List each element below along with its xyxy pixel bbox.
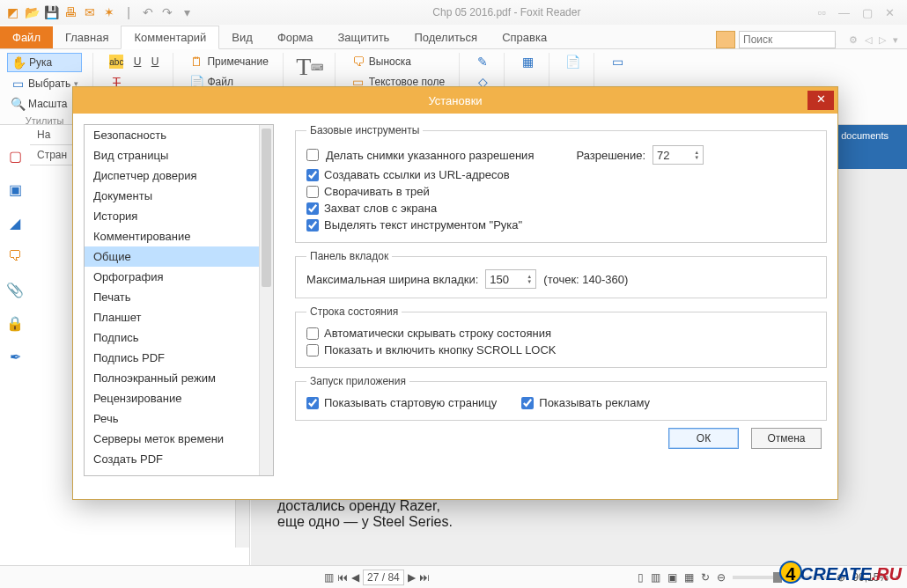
category-item[interactable]: Специальные возможности [85,469,273,476]
chk-scrolllock[interactable] [306,344,319,356]
pages-icon[interactable]: ▣ [6,181,24,199]
category-item[interactable]: Рецензирование [85,388,273,408]
category-item[interactable]: Создать PDF [85,449,273,469]
maximize-icon[interactable]: ▢ [862,6,873,19]
zoom-label: Масшта [28,98,67,110]
chk-handselect[interactable] [306,219,319,232]
category-item[interactable]: Вид страницы [85,145,273,165]
view-cont-icon[interactable]: ▥ [651,571,660,584]
highlight-button[interactable]: abc U U [106,53,162,70]
nav-dropdown-icon[interactable]: ▾ [891,34,900,46]
measure-button[interactable]: ▭ [607,53,628,70]
view-contfacing-icon[interactable]: ▦ [684,571,694,584]
comments-icon[interactable]: 🗨 [6,248,24,266]
category-item[interactable]: Печать [85,287,273,307]
last-page-icon[interactable]: ⏭ [419,571,430,584]
mail-icon[interactable]: ✉ [81,4,99,21]
stamp-button[interactable]: 📄 [562,53,583,70]
new-icon[interactable]: ✶ [100,4,118,21]
rotate-icon[interactable]: ↻ [701,571,710,584]
prev-page-icon[interactable]: ◀ [351,571,359,584]
page-mode-icon[interactable]: ▥ [324,571,334,584]
category-item[interactable]: Серверы меток времени [85,429,273,449]
hand-tool-button[interactable]: ✋Рука [7,53,82,72]
legend-status: Строка состояния [306,305,402,318]
lbl-handselect: Выделять текст инструментом "Рука" [324,218,522,232]
resolution-input[interactable]: 72 ▲▼ [653,145,704,165]
spinner-icon[interactable]: ▲▼ [694,150,699,160]
highlight-icon: abc [109,55,123,69]
hand-icon: ✋ [11,55,26,70]
first-page-icon[interactable]: ⏮ [337,571,348,584]
chk-snapshot[interactable] [306,149,319,161]
callout-button[interactable]: 🗨Выноска [348,53,448,70]
zoom-out-icon[interactable]: ⊖ [717,571,726,584]
category-item[interactable]: Безопасность [85,125,273,145]
attachments-icon[interactable]: 📎 [6,282,24,299]
nav-next-icon[interactable]: ▷ [877,34,888,46]
signatures-icon[interactable]: ✒ [6,349,24,366]
legend-tabs: Панель вкладок [306,250,392,262]
chk-autohide[interactable] [306,327,319,340]
chk-startpage[interactable] [306,397,319,409]
category-item[interactable]: Полноэкранный режим [85,368,273,388]
next-page-icon[interactable]: ▶ [408,571,416,584]
close-window-icon[interactable]: ✕ [885,6,895,19]
spinner-icon[interactable]: ▲▼ [527,274,532,284]
zoom-tool-button[interactable]: 🔍Масшта [7,95,82,113]
category-item[interactable]: История [85,206,273,226]
view-single-icon[interactable]: ▯ [638,571,644,584]
redo-icon[interactable]: ↷ [159,4,176,21]
area-button[interactable]: ▦ [517,53,538,70]
chk-capture[interactable] [306,202,319,215]
open-icon[interactable]: 📂 [23,4,41,21]
undo-icon[interactable]: ↶ [139,4,157,21]
nav-prev-icon[interactable]: ◁ [863,34,874,46]
print-icon[interactable]: 🖶 [62,4,79,21]
chk-ads[interactable] [521,397,534,409]
tab-view[interactable]: Вид [219,26,265,48]
category-item[interactable]: Орфография [85,267,273,287]
category-scrollbar[interactable] [259,125,273,475]
typewriter-icon[interactable]: T⌨ [296,53,324,81]
dialog-close-button[interactable]: ✕ [807,91,834,110]
search-input[interactable] [739,31,836,48]
qat-more-icon[interactable]: ▾ [178,4,195,21]
minimize-icon[interactable]: — [838,6,850,19]
cancel-button[interactable]: Отмена [751,428,822,449]
save-icon[interactable]: 💾 [42,4,60,21]
nav-tab-start[interactable]: На [37,129,50,141]
tab-form[interactable]: Форма [265,26,326,48]
tab-help[interactable]: Справка [490,26,559,48]
security-icon[interactable]: 🔒 [6,315,24,333]
select-tool-button[interactable]: ▭Выбрать▾ [7,75,82,92]
bookmark-icon[interactable]: ▢ [6,148,24,165]
category-item[interactable]: Комментирование [85,226,273,246]
category-item[interactable]: Общие [85,246,273,267]
ribbon-collapse-icon[interactable]: ▫▫ [818,6,826,19]
tab-share[interactable]: Поделиться [402,26,490,48]
layers-icon[interactable]: ◢ [6,215,24,232]
page-current-input[interactable]: 27 / 84 [363,570,404,585]
gear-icon[interactable]: ⚙ [847,34,859,46]
chk-tray[interactable] [306,186,319,198]
category-item[interactable]: Диспетчер доверия [85,165,273,186]
ok-button[interactable]: ОК [668,428,739,449]
search-folder-icon[interactable] [716,31,735,48]
pencil-button[interactable]: ✎ [472,53,493,70]
category-item[interactable]: Документы [85,186,273,206]
view-facing-icon[interactable]: ▣ [667,571,677,584]
tab-file[interactable]: Файл [0,26,53,48]
category-item[interactable]: Подпись [85,327,273,348]
tab-protect[interactable]: Защитить [325,26,402,48]
category-item[interactable]: Планшет [85,307,273,327]
category-item[interactable]: Речь [85,408,273,429]
chk-urls[interactable] [306,169,319,181]
note-button[interactable]: 🗒Примечание [186,53,271,70]
nav-tab-pages[interactable]: Стран [37,149,67,161]
category-item[interactable]: Подпись PDF [85,348,273,368]
category-list[interactable]: БезопасностьВид страницыДиспетчер довери… [84,124,274,476]
tab-home[interactable]: Главная [53,26,121,48]
tabwidth-input[interactable]: 150 ▲▼ [485,269,536,289]
tab-comment[interactable]: Комментарий [121,26,219,49]
